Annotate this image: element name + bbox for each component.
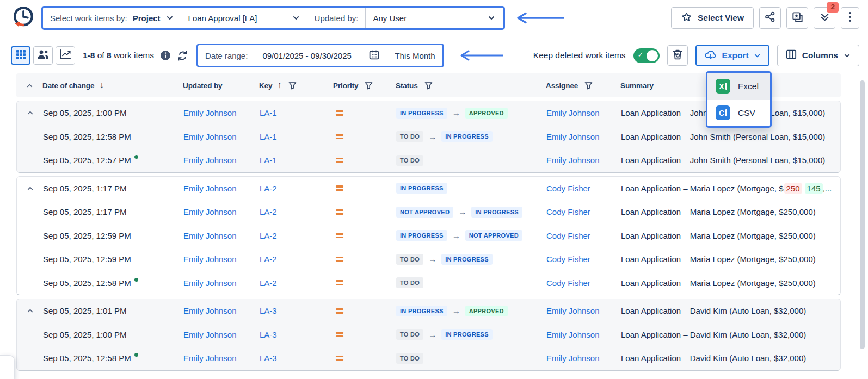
whats-new-button[interactable]: 2 (814, 7, 835, 29)
summary-text: Loan Application – David Kim (Auto Loan,… (621, 306, 806, 315)
updated-by-link[interactable]: Emily Johnson (183, 207, 237, 216)
work-item-key-link[interactable]: LA-2 (260, 231, 277, 240)
updated-by-link[interactable]: Emily Johnson (183, 254, 237, 264)
assignee-link[interactable]: Cody Fisher (546, 231, 590, 240)
updated-by-link[interactable]: Emily Johnson (183, 156, 237, 165)
filter-icon[interactable] (365, 82, 373, 90)
col-header-date-of-change[interactable]: Date of change ↓ (42, 80, 183, 91)
filter-icon[interactable] (584, 82, 593, 90)
updated-by-link[interactable]: Emily Johnson (183, 132, 237, 141)
filter-icon[interactable] (424, 82, 433, 90)
export-menu-item-excel[interactable]: X Excel (707, 73, 770, 100)
project-dropdown[interactable]: Loan Approval [LA] (181, 8, 307, 28)
collapse-all-header[interactable] (16, 82, 42, 89)
work-item-key-link[interactable]: LA-3 (260, 353, 277, 363)
deleted-items-button[interactable] (667, 45, 688, 66)
saved-views-button[interactable] (786, 7, 808, 29)
collapse-group-icon[interactable] (27, 307, 34, 314)
key-cell: LA-1 (260, 156, 334, 165)
cloud-download-icon (704, 49, 717, 62)
priority-medium-icon (336, 134, 343, 139)
collapse-group-icon[interactable] (27, 185, 34, 192)
collapse-group-icon[interactable] (27, 109, 34, 116)
status-badge-inprog: IN PROGRESS (471, 207, 522, 218)
priority-cell (334, 308, 396, 314)
assignee-link[interactable]: Emily Johnson (546, 156, 600, 165)
collapse-cell (17, 109, 43, 116)
updated-by-link[interactable]: Emily Johnson (183, 330, 237, 339)
change-date-text: Sep 05, 2025, 12:59 PM (43, 254, 131, 264)
sort-asc-icon[interactable]: ↑ (277, 80, 281, 91)
updated-by-link[interactable]: Emily Johnson (183, 231, 237, 240)
updated-by-cell: Emily Johnson (183, 254, 260, 264)
filter-icon[interactable] (288, 82, 297, 90)
assignee-link[interactable]: Cody Fisher (546, 278, 590, 288)
count-suffix: work items (114, 51, 154, 60)
work-item-key-link[interactable]: LA-1 (260, 108, 277, 117)
assignee-link[interactable]: Cody Fisher (546, 254, 590, 264)
status-transition-arrow-icon: → (428, 330, 436, 339)
updated-by-link[interactable]: Emily Johnson (183, 184, 237, 193)
date-range-input[interactable]: 09/01/2025 - 09/30/2025 (255, 45, 387, 66)
work-item-key-link[interactable]: LA-2 (260, 184, 277, 193)
history-row: Sep 05, 2025, 12:58 PMEmily JohnsonLA-3T… (17, 346, 840, 370)
col-header-priority[interactable]: Priority (333, 82, 396, 90)
assignee-link[interactable]: Emily Johnson (546, 306, 600, 315)
change-date-cell: Sep 05, 2025, 12:58 PM (43, 278, 183, 288)
refresh-icon[interactable] (177, 50, 188, 61)
more-options-button[interactable] (841, 7, 859, 29)
summary-text: Loan Application – Maria Lopez (Mortgage… (621, 231, 816, 240)
work-item-key-link[interactable]: LA-2 (260, 278, 277, 288)
share-button[interactable] (759, 7, 781, 29)
select-mode-label: Select work items by: (50, 14, 127, 23)
columns-button[interactable]: Columns (777, 45, 859, 66)
chart-view-button[interactable] (56, 46, 75, 65)
export-menu-item-csv[interactable]: C CSV (707, 100, 770, 126)
people-view-button[interactable] (33, 46, 53, 65)
updated-by-link[interactable]: Emily Johnson (183, 278, 237, 288)
select-view-label: Select View (698, 13, 744, 23)
sort-desc-icon[interactable]: ↓ (99, 80, 103, 91)
top-bar: Select work items by: Project Loan Appro… (0, 0, 868, 36)
work-item-key-link[interactable]: LA-3 (260, 306, 277, 315)
calendar-icon[interactable] (368, 49, 380, 62)
assignee-link[interactable]: Emily Johnson (546, 330, 600, 339)
work-item-key-link[interactable]: LA-2 (260, 254, 277, 264)
updated-by-link[interactable]: Emily Johnson (183, 108, 237, 117)
col-header-assignee[interactable]: Assignee (546, 82, 620, 90)
summary-cell: Loan Application – Maria Lopez (Mortgage… (621, 254, 840, 264)
assignee-link[interactable]: Emily Johnson (546, 353, 600, 363)
work-item-key-link[interactable]: LA-2 (260, 207, 277, 216)
updated-by-link[interactable]: Emily Johnson (183, 306, 237, 315)
updated-by-dropdown[interactable]: Any User (365, 8, 503, 28)
date-preset-button[interactable]: This Month (387, 45, 442, 66)
assignee-link[interactable]: Emily Johnson (546, 108, 600, 117)
check-icon: ✓ (638, 51, 644, 59)
assignee-cell: Cody Fisher (546, 231, 621, 240)
vertical-scrollbar[interactable] (860, 80, 865, 349)
col-header-updated-by[interactable]: Updated by (183, 82, 259, 90)
collapse-all-icon[interactable] (26, 82, 33, 89)
updated-by-link[interactable]: Emily Johnson (183, 353, 237, 363)
col-header-key[interactable]: Key ↑ (259, 80, 333, 91)
keep-deleted-toggle[interactable]: ✓ (633, 48, 660, 63)
assignee-link[interactable]: Emily Johnson (546, 132, 600, 141)
select-mode-dropdown[interactable]: Select work items by: Project (43, 8, 181, 28)
work-item-key-link[interactable]: LA-1 (260, 132, 277, 141)
assignee-link[interactable]: Cody Fisher (546, 207, 590, 216)
info-icon[interactable] (160, 50, 171, 61)
status-badge-notappr: NOT APPROVED (396, 207, 453, 218)
summary-text: Loan Application – Maria Lopez (Mortgage… (621, 278, 816, 288)
assignee-link[interactable]: Cody Fisher (546, 184, 590, 193)
work-item-key-link[interactable]: LA-1 (260, 156, 277, 165)
change-date-text: Sep 05, 2025, 1:00 PM (43, 108, 126, 117)
select-view-button[interactable]: Select View (671, 7, 754, 29)
work-item-key-link[interactable]: LA-3 (260, 330, 277, 339)
col-header-status[interactable]: Status (396, 82, 546, 90)
change-date-text: Sep 05, 2025, 12:59 PM (43, 231, 131, 240)
priority-medium-icon (336, 233, 343, 238)
export-button[interactable]: Export (695, 45, 769, 66)
summary-cell: Loan Application – Maria Lopez (Mortgage… (621, 183, 840, 194)
table-view-button[interactable] (11, 46, 30, 65)
whats-new-icon (818, 11, 831, 26)
